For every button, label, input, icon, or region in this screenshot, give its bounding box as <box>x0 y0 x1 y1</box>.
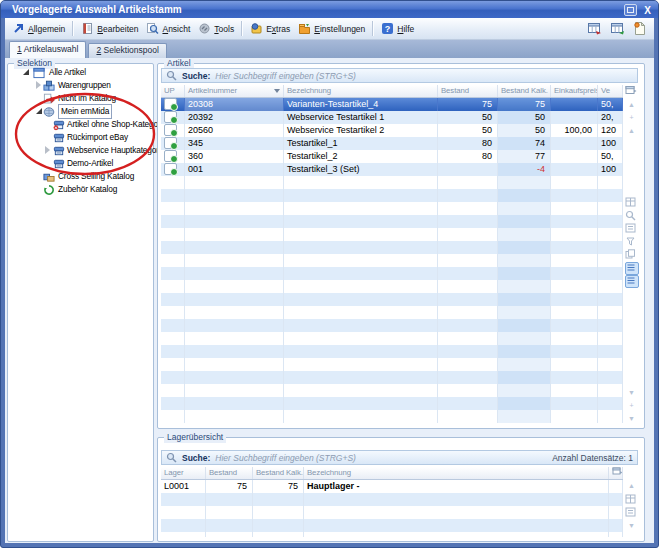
tree-item-cross-selling-katalog[interactable]: Cross Selling Katalog <box>9 170 150 183</box>
table-row[interactable] <box>161 506 623 519</box>
summary-icon[interactable] <box>625 223 638 235</box>
menu-item-hilfe[interactable]: ?Hilfe <box>377 19 418 38</box>
tree-expander-closed[interactable] <box>45 146 50 154</box>
scroll-down-icon[interactable]: ▼ <box>625 387 638 399</box>
column-header-artikelnummer[interactable]: Artikelnummer <box>185 85 284 97</box>
table-row[interactable] <box>161 293 623 306</box>
filter-icon[interactable] <box>625 236 638 248</box>
table-row[interactable] <box>161 176 623 189</box>
menu-item-allgemein[interactable]: Allgemein <box>8 19 69 38</box>
scroll-bottom-icon[interactable]: ▼ <box>625 413 638 425</box>
scroll-top-icon[interactable]: ▲ <box>625 99 638 111</box>
table-row[interactable]: L00017575Hauptlager - <box>161 480 623 493</box>
restore-button[interactable] <box>624 4 637 16</box>
column-header-up[interactable]: UP <box>161 85 185 97</box>
column-header-bestand[interactable]: Bestand <box>206 467 253 479</box>
row-append-icon[interactable]: + <box>625 400 638 412</box>
artikel-search-placeholder: Hier Suchbegriff eingeben (STRG+S) <box>215 71 356 81</box>
table-row[interactable] <box>161 306 623 319</box>
table-row[interactable] <box>161 371 623 384</box>
table-add-icon[interactable] <box>610 21 626 36</box>
tree-item-warengruppen[interactable]: Warengruppen <box>9 79 150 92</box>
list-view-2-icon[interactable] <box>625 275 639 288</box>
table-row[interactable]: 20392Webservice Testartikel 1505020, <box>161 111 623 124</box>
column-header-bestand[interactable]: Bestand <box>438 85 498 97</box>
table-cell: Webservice Testartikel 1 <box>284 111 438 124</box>
column-header-bezeichnung[interactable]: Bezeichnung <box>284 85 438 97</box>
scroll-down-icon[interactable]: ▼ <box>625 520 638 532</box>
grid-view-icon[interactable] <box>625 494 638 506</box>
menu-item-einstellungen[interactable]: Einstellungen <box>294 19 369 38</box>
new-document-icon[interactable] <box>633 21 646 36</box>
table-row[interactable] <box>161 280 623 293</box>
table-row[interactable] <box>161 332 623 345</box>
grid-view-icon[interactable] <box>625 197 638 209</box>
tree-expander-open[interactable] <box>36 108 42 114</box>
table-row[interactable] <box>161 241 623 254</box>
table-row[interactable] <box>161 397 623 410</box>
tab-selektionspool[interactable]: 2 Selektionspool <box>88 43 166 58</box>
table-row[interactable] <box>161 358 623 371</box>
copy-icon[interactable] <box>625 249 638 261</box>
close-button[interactable]: X <box>644 5 651 16</box>
table-row[interactable]: 20308Varianten-Testartikel_4757550, <box>161 98 623 111</box>
table-cell: Webservice Testartikel 2 <box>284 124 438 137</box>
table-cell: 75 <box>438 98 498 111</box>
tree-expander-open[interactable] <box>23 69 29 75</box>
column-header-bestand-kalk-[interactable]: Bestand Kalk. <box>498 85 551 97</box>
table-row[interactable] <box>161 345 623 358</box>
column-header-ve[interactable]: Ve <box>598 85 623 97</box>
table-row[interactable] <box>161 254 623 267</box>
summary-icon[interactable] <box>625 507 638 519</box>
table-row[interactable] <box>161 493 623 506</box>
table-row[interactable] <box>161 384 623 397</box>
tree-item-alle-artikel[interactable]: Alle Artikel <box>9 66 150 79</box>
table-cell <box>185 228 284 241</box>
tree-item-zubeh-r-katalog[interactable]: Zubehör Katalog <box>9 183 150 196</box>
column-header-bestand-kalk-[interactable]: Bestand Kalk. <box>253 467 304 479</box>
column-chooser-icon[interactable] <box>609 467 623 479</box>
tree-expander-closed[interactable] <box>36 81 41 89</box>
table-row[interactable] <box>161 189 623 202</box>
artikel-search-bar[interactable]: Suche: Hier Suchbegriff eingeben (STRG+S… <box>161 68 638 83</box>
list-view-icon[interactable] <box>625 262 639 275</box>
table-row[interactable] <box>161 267 623 280</box>
menu-item-extras[interactable]: Extras <box>246 19 294 38</box>
table-row[interactable] <box>161 319 623 332</box>
table-row[interactable] <box>161 532 623 537</box>
table-row[interactable] <box>161 202 623 215</box>
table-row[interactable] <box>161 228 623 241</box>
table-row[interactable] <box>161 410 623 423</box>
table-cell <box>284 267 438 280</box>
tab-artikelauswahl[interactable]: 1 Artikelauswahl <box>9 41 86 58</box>
row-insert-icon[interactable]: + <box>625 112 638 124</box>
find-icon[interactable] <box>625 210 638 222</box>
scroll-up-icon[interactable]: ▲ <box>625 480 638 492</box>
column-chooser-icon[interactable] <box>625 85 638 97</box>
table-row[interactable]: 001Testartikel_3 (Set)-4100 <box>161 163 623 176</box>
tree-item-demo-artikel[interactable]: Demo-Artikel <box>9 157 150 170</box>
column-header-lager[interactable]: Lager <box>161 467 206 479</box>
table-row[interactable]: 360Testartikel_2807750, <box>161 150 623 163</box>
table-cell <box>551 163 598 176</box>
table-row[interactable] <box>161 215 623 228</box>
table-cell <box>253 532 304 537</box>
table-cell <box>206 532 253 537</box>
tree-item-mein-emmida[interactable]: Mein emMida <box>9 105 150 118</box>
table-remove-icon[interactable] <box>587 21 603 36</box>
column-header-bezeichnung[interactable]: Bezeichnung <box>304 467 609 479</box>
table-row[interactable]: 345Testartikel_18074100 <box>161 137 623 150</box>
tree-item-webservice-hauptkategorie[interactable]: Webservice Hauptkategorie <box>9 144 150 157</box>
table-cell <box>438 189 498 202</box>
scroll-up-icon[interactable]: ▲ <box>625 125 638 137</box>
tree-item-r-ckimport-ebay[interactable]: Rückimport eBay <box>9 131 150 144</box>
table-cell: 77 <box>498 150 551 163</box>
table-row[interactable] <box>161 519 623 532</box>
table-row[interactable]: 20560Webservice Testartikel 25050100,001… <box>161 124 623 137</box>
menu-item-ansicht[interactable]: Ansicht <box>142 19 194 38</box>
column-header-einkaufspreis[interactable]: Einkaufspreis <box>551 85 598 97</box>
menu-item-bearbeiten[interactable]: Bearbeiten <box>77 19 142 38</box>
menu-item-tools[interactable]: Tools <box>194 19 238 38</box>
tree-item-artikel-ohne-shop-kategorie[interactable]: Artikel ohne Shop-Kategorie <box>9 118 150 131</box>
lager-search-bar[interactable]: Suche: Hier Suchbegriff eingeben (STRG+S… <box>161 450 638 465</box>
